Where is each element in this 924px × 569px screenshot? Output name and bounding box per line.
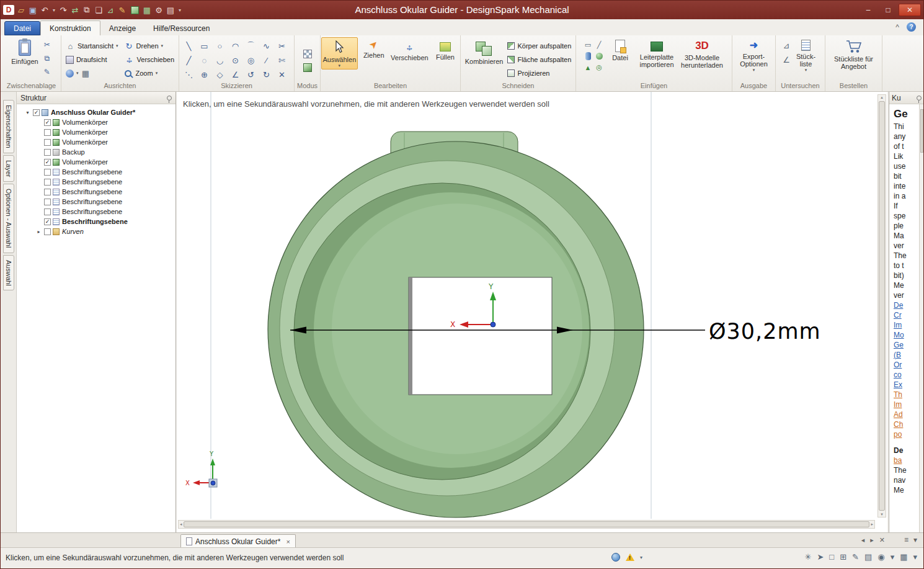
visibility-checkbox[interactable] xyxy=(33,109,40,116)
tab-hilfe-ressourcen[interactable]: Hilfe/Ressourcen xyxy=(144,21,218,35)
grid-display-icon[interactable]: ▦ xyxy=(900,552,907,562)
sketch-tool-icon[interactable]: ◌ xyxy=(198,53,211,67)
tree-item[interactable]: ▸ Kurven xyxy=(17,226,175,236)
more-caret[interactable]: ▾ xyxy=(177,4,182,16)
next-document-icon[interactable]: ▸ xyxy=(870,536,874,544)
bom-button[interactable]: Stück- liste ▾ xyxy=(793,37,819,73)
expander-icon[interactable]: ▾ xyxy=(24,110,31,115)
download-3d-models-button[interactable]: 3D 3D-Modelle herunterladen xyxy=(679,37,725,69)
canvas-horizontal-scrollbar[interactable]: ◂ ▸ xyxy=(178,520,875,529)
visibility-checkbox[interactable] xyxy=(44,218,51,225)
quote-bom-button[interactable]: Stückliste für Angebot xyxy=(829,37,879,71)
design-canvas[interactable]: Ø30,2mm Y X Y X Klicke xyxy=(177,92,887,532)
sketch-tool-icon[interactable]: ◡ xyxy=(213,53,227,67)
tree-item[interactable]: ▾ Anschluss Okular Guider* xyxy=(17,107,175,117)
sketch-tool-icon[interactable]: ⌒ xyxy=(244,39,258,53)
plane-tool-icon[interactable]: ▭ xyxy=(585,41,591,49)
sketch-tool-icon[interactable]: ⋱ xyxy=(182,68,196,81)
grid-view-button[interactable]: ▦ xyxy=(81,69,90,78)
sketch-tool-icon[interactable]: ○ xyxy=(213,39,227,53)
paste-button[interactable]: Einfügen xyxy=(10,37,39,66)
designspark-logo[interactable]: D xyxy=(3,5,14,15)
status-caret-icon[interactable]: ▾ xyxy=(640,555,642,560)
scrollbar-thumb[interactable] xyxy=(920,109,923,153)
select-tool-button[interactable]: Auswählen ▾ xyxy=(321,37,358,69)
sketch-tool-icon[interactable]: ∕ xyxy=(260,53,273,67)
tab-optionen-auswahl[interactable]: Optionen - Auswahl xyxy=(3,184,14,253)
visibility-checkbox[interactable] xyxy=(44,139,51,146)
visibility-checkbox[interactable] xyxy=(44,159,51,166)
sheet-button[interactable]: ▤ xyxy=(166,4,175,16)
sketch-tool-icon[interactable]: ⊙ xyxy=(229,53,242,67)
tree-item[interactable]: Beschriftungsebene xyxy=(17,187,175,197)
visibility-checkbox[interactable] xyxy=(44,119,51,126)
scroll-up-icon[interactable]: ▴ xyxy=(881,95,883,100)
fill-tool-button[interactable]: Füllen xyxy=(431,37,460,61)
solid-cube-button[interactable] xyxy=(129,4,140,16)
sketch-tool-icon[interactable]: ◎ xyxy=(244,53,258,67)
copy-button[interactable]: ⧉ xyxy=(42,54,53,63)
panel-menu-icon[interactable]: ≡ xyxy=(904,535,908,544)
settings-button[interactable]: ⚙ xyxy=(154,4,164,16)
collapse-ribbon-icon[interactable]: ^ xyxy=(895,23,899,32)
pin-icon[interactable] xyxy=(167,96,172,101)
format-painter-button[interactable]: ✎ xyxy=(42,68,53,76)
mesh-button[interactable]: ▦ xyxy=(142,4,152,16)
exchange-button[interactable]: ⇄ xyxy=(70,4,80,16)
sheet-icon[interactable]: ▤ xyxy=(864,552,872,562)
tree-item[interactable]: Volumenkörper xyxy=(17,137,175,147)
open-button[interactable]: ▱ xyxy=(16,4,26,16)
split-face-button[interactable]: Fläche aufspalten xyxy=(506,53,572,66)
snap-icon[interactable]: ✳ xyxy=(805,552,812,562)
tree-item[interactable]: Volumenkörper xyxy=(17,127,175,137)
sketch-plane[interactable] xyxy=(409,277,552,395)
tab-layer[interactable]: Layer xyxy=(3,155,14,182)
visibility-checkbox[interactable] xyxy=(44,169,51,176)
sketch-tool-icon[interactable]: ◇ xyxy=(213,68,227,81)
import-pcb-button[interactable]: Leiterplatte importieren xyxy=(636,37,677,69)
visibility-checkbox[interactable] xyxy=(44,199,51,205)
cone-tool-icon[interactable]: ▲ xyxy=(585,64,592,71)
pull-tool-button[interactable]: ➤ Ziehen xyxy=(360,37,388,60)
spin-button[interactable]: ↻ Drehen ▾ xyxy=(123,40,176,52)
duplicate-button[interactable]: ❏ xyxy=(94,4,104,16)
combine-button[interactable]: Kombinieren xyxy=(464,37,505,66)
visibility-checkbox[interactable] xyxy=(44,129,51,136)
prev-document-icon[interactable]: ◂ xyxy=(861,536,865,544)
sketch-mode-button[interactable] xyxy=(303,50,312,58)
scrollbar-thumb[interactable] xyxy=(879,101,885,511)
insert-file-button[interactable]: Datei xyxy=(606,37,634,62)
scroll-left-icon[interactable]: ◂ xyxy=(180,522,182,527)
torus-tool-icon[interactable]: ◎ xyxy=(596,63,602,71)
cursor-icon[interactable]: ➤ xyxy=(817,552,824,562)
tree-item[interactable]: Volumenkörper xyxy=(17,157,175,167)
plan-view-button[interactable]: Draufsicht xyxy=(64,53,120,66)
dropdown-caret[interactable]: ▾ xyxy=(913,552,917,562)
panel-caret-icon[interactable]: ▾ xyxy=(913,535,917,544)
sketch-tool-icon[interactable]: ⊕ xyxy=(198,68,211,81)
measure-button[interactable]: ⊿ xyxy=(105,4,115,16)
pin-icon[interactable] xyxy=(917,96,922,101)
tree-item[interactable]: Beschriftungsebene xyxy=(17,167,175,177)
sketch-tool-icon[interactable]: ╱ xyxy=(182,53,196,67)
canvas-vertical-scrollbar[interactable]: ▴ ▾ xyxy=(877,94,886,517)
tree-item[interactable]: Beschriftungsebene xyxy=(17,217,175,226)
help-panel-scrollbar[interactable] xyxy=(919,104,924,532)
sketch-tool-icon[interactable]: ∿ xyxy=(260,39,273,53)
tab-anzeige[interactable]: Anzeige xyxy=(100,21,144,35)
warning-icon[interactable] xyxy=(626,553,634,561)
cylinder-tool-icon[interactable] xyxy=(585,52,591,60)
tab-auswahl[interactable]: Auswahl xyxy=(3,255,14,291)
sketch-tool-icon[interactable]: ╲ xyxy=(182,39,196,53)
undo-button[interactable]: ↶ xyxy=(40,4,50,16)
sketch-tool-icon[interactable]: ↺ xyxy=(244,68,258,81)
sketch-tool-icon[interactable]: ∠ xyxy=(229,68,242,81)
tab-konstruktion[interactable]: Konstruktion xyxy=(40,20,100,35)
annotate-pen-icon[interactable]: ✎ xyxy=(852,552,859,562)
save-button[interactable]: ▣ xyxy=(28,4,38,16)
split-body-button[interactable]: Körper aufspalten xyxy=(506,40,572,52)
sketch-tool-icon[interactable]: ✕ xyxy=(275,68,289,81)
move-tool-button[interactable]: Verschieben xyxy=(390,37,429,62)
help-icon[interactable]: ? xyxy=(907,22,916,32)
sphere-tool-icon[interactable] xyxy=(596,53,603,60)
